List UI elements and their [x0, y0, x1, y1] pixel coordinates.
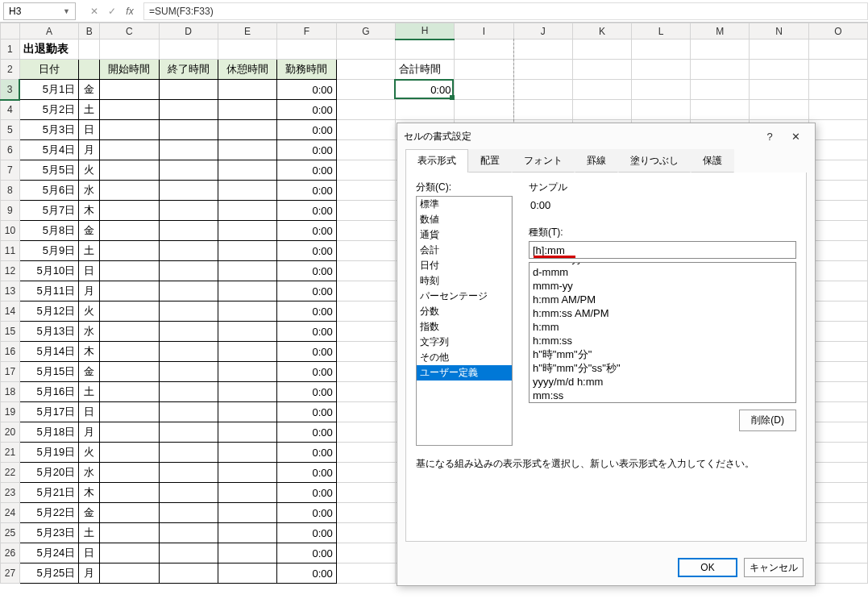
- cell[interactable]: [336, 120, 395, 140]
- cell[interactable]: [79, 40, 100, 60]
- cell[interactable]: 5月21日: [19, 483, 78, 503]
- col-header-K[interactable]: K: [572, 23, 631, 40]
- cell[interactable]: [159, 503, 218, 523]
- cell[interactable]: [218, 422, 276, 443]
- cell[interactable]: [218, 563, 276, 584]
- cell[interactable]: [100, 120, 159, 140]
- type-list-item[interactable]: d-mmm: [530, 265, 795, 279]
- cell[interactable]: 5月22日: [19, 503, 78, 523]
- cell[interactable]: 火: [79, 302, 100, 322]
- cell[interactable]: 0:00: [277, 342, 337, 362]
- type-list-item[interactable]: yyyy/m/d h:mm: [530, 375, 795, 389]
- cell[interactable]: 月: [79, 563, 100, 584]
- col-header-N[interactable]: N: [750, 23, 808, 40]
- cell[interactable]: [513, 100, 572, 120]
- cell[interactable]: 0:00: [277, 201, 337, 221]
- type-list-item[interactable]: h"時"mm"分"ss"秒": [530, 361, 795, 375]
- cell[interactable]: [218, 201, 276, 221]
- cell[interactable]: [218, 463, 276, 483]
- cell[interactable]: [455, 100, 513, 120]
- row-header[interactable]: 8: [1, 181, 20, 201]
- cell[interactable]: [336, 543, 395, 563]
- cell[interactable]: 5月20日: [19, 463, 78, 483]
- cell[interactable]: [455, 80, 513, 100]
- cell[interactable]: [808, 322, 867, 342]
- cell[interactable]: [572, 60, 631, 80]
- cell[interactable]: 日: [79, 120, 100, 140]
- cell[interactable]: 5月23日: [19, 523, 78, 543]
- cell[interactable]: 5月7日: [19, 201, 78, 221]
- col-header-F[interactable]: F: [277, 23, 337, 40]
- cell[interactable]: [100, 483, 159, 503]
- row-header[interactable]: 20: [1, 422, 20, 443]
- cell[interactable]: [218, 241, 276, 261]
- confirm-entry-icon[interactable]: ✓: [103, 2, 121, 20]
- cell[interactable]: [336, 201, 395, 221]
- dialog-tab[interactable]: フォント: [512, 149, 575, 173]
- cell[interactable]: 0:00: [277, 80, 337, 100]
- col-header-A[interactable]: A: [19, 23, 78, 40]
- cell[interactable]: [336, 422, 395, 443]
- cell[interactable]: [159, 463, 218, 483]
- cell[interactable]: 0:00: [277, 120, 337, 140]
- cell[interactable]: 0:00: [277, 563, 337, 584]
- cell[interactable]: 0:00: [277, 302, 337, 322]
- cell[interactable]: 5月11日: [19, 281, 78, 302]
- cell[interactable]: [336, 443, 395, 463]
- cell[interactable]: [691, 80, 750, 100]
- cell[interactable]: [100, 463, 159, 483]
- cell[interactable]: [336, 342, 395, 362]
- cell[interactable]: [336, 563, 395, 584]
- cell[interactable]: [100, 503, 159, 523]
- cell[interactable]: [750, 80, 808, 100]
- cell[interactable]: [455, 60, 513, 80]
- cell[interactable]: 火: [79, 443, 100, 463]
- cell[interactable]: 土: [79, 382, 100, 402]
- row-header[interactable]: 5: [1, 120, 20, 140]
- dialog-tab[interactable]: 配置: [468, 149, 512, 173]
- cell[interactable]: [159, 140, 218, 160]
- row-header[interactable]: 18: [1, 382, 20, 402]
- cell[interactable]: 月: [79, 281, 100, 302]
- cell[interactable]: [808, 241, 867, 261]
- cell[interactable]: 月: [79, 140, 100, 160]
- cell[interactable]: 0:00: [277, 140, 337, 160]
- formula-input[interactable]: =SUM(F3:F33): [143, 2, 868, 20]
- cell[interactable]: 0:00: [277, 422, 337, 443]
- category-item[interactable]: 指数: [417, 319, 512, 335]
- cell[interactable]: [336, 382, 395, 402]
- cell[interactable]: 金: [79, 362, 100, 382]
- cell[interactable]: [100, 443, 159, 463]
- cell[interactable]: [218, 221, 276, 241]
- cell[interactable]: [808, 342, 867, 362]
- cell[interactable]: [572, 100, 631, 120]
- cell[interactable]: 5月19日: [19, 443, 78, 463]
- dialog-tab[interactable]: 保護: [691, 149, 734, 173]
- cell[interactable]: [808, 261, 867, 281]
- row-header[interactable]: 13: [1, 281, 20, 302]
- cell[interactable]: 水: [79, 322, 100, 342]
- cell[interactable]: [808, 201, 867, 221]
- cell[interactable]: [159, 40, 218, 60]
- cell[interactable]: [218, 362, 276, 382]
- cell[interactable]: [159, 382, 218, 402]
- cell[interactable]: 5月16日: [19, 382, 78, 402]
- cell[interactable]: [808, 181, 867, 201]
- type-list-item[interactable]: mm:ss: [530, 389, 795, 402]
- col-header-D[interactable]: D: [159, 23, 218, 40]
- cell[interactable]: [750, 100, 808, 120]
- cell[interactable]: [395, 40, 455, 60]
- row-header[interactable]: 11: [1, 241, 20, 261]
- select-all-corner[interactable]: [1, 23, 20, 40]
- cell[interactable]: [100, 221, 159, 241]
- cell[interactable]: [100, 281, 159, 302]
- cell[interactable]: [100, 181, 159, 201]
- cell[interactable]: 金: [79, 221, 100, 241]
- cell[interactable]: [336, 322, 395, 342]
- cell[interactable]: [513, 80, 572, 100]
- category-item[interactable]: 文字列: [417, 335, 512, 350]
- cell[interactable]: [808, 221, 867, 241]
- cell[interactable]: 土: [79, 241, 100, 261]
- cell[interactable]: [336, 302, 395, 322]
- row-header[interactable]: 24: [1, 503, 20, 523]
